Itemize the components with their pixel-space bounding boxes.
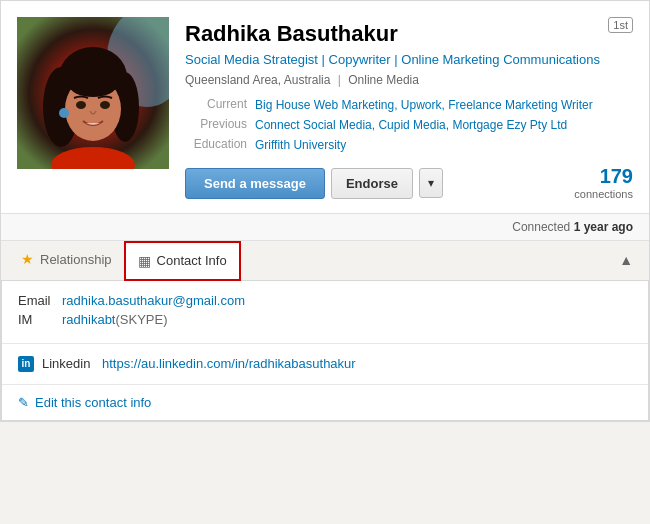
svg-point-9 [100,101,110,109]
im-row: IM radhikabt(SKYPE) [18,312,632,327]
contact-info-tab-label: Contact Info [157,253,227,268]
connection-badge: 1st [608,17,633,33]
profile-name: Radhika Basuthakur [185,21,633,47]
tabs-row: ★ Relationship ▦ Contact Info ▲ [1,241,649,281]
contact-card-icon: ▦ [138,253,151,269]
im-label: IM [18,312,54,327]
linkedin-section: in Linkedin https://au.linkedin.com/in/r… [2,344,648,385]
endorse-button[interactable]: Endorse [331,168,413,199]
relationship-tab-label: Relationship [40,252,112,267]
education: Education Griffith University [185,137,633,154]
current-experience: Current Big House Web Marketing, Upwork,… [185,97,633,114]
linkedin-label: Linkedin [42,356,94,371]
send-message-button[interactable]: Send a message [185,168,325,199]
connections-count: 179 connections [574,166,633,201]
connected-bar: Connected 1 year ago [1,213,649,241]
profile-header: 1st Radhika Basuthakur Social Media Stra… [1,1,649,213]
svg-point-7 [69,73,117,97]
tab-contact-info[interactable]: ▦ Contact Info [124,241,241,281]
email-row: Email radhika.basuthakur@gmail.com [18,293,632,308]
content-area: Email radhika.basuthakur@gmail.com IM ra… [1,281,649,421]
star-icon: ★ [21,251,34,267]
linkedin-url[interactable]: https://au.linkedin.com/in/radhikabasuth… [102,356,356,371]
collapse-button[interactable]: ▲ [611,244,641,276]
profile-location: Queensland Area, Australia | Online Medi… [185,73,633,87]
edit-contact-link[interactable]: Edit this contact info [35,395,151,410]
edit-pencil-icon: ✎ [18,395,29,410]
profile-info: 1st Radhika Basuthakur Social Media Stra… [185,17,633,201]
avatar [17,17,169,169]
tab-relationship[interactable]: ★ Relationship [9,241,124,279]
im-value: radhikabt(SKYPE) [62,312,168,327]
previous-experience: Previous Connect Social Media, Cupid Med… [185,117,633,134]
email-label: Email [18,293,54,308]
more-actions-button[interactable]: ▾ [419,168,443,198]
profile-headline: Social Media Strategist | Copywriter | O… [185,51,633,69]
email-im-section: Email radhika.basuthakur@gmail.com IM ra… [2,281,648,344]
email-value: radhika.basuthakur@gmail.com [62,293,245,308]
linkedin-logo-icon: in [18,356,34,372]
edit-section: ✎ Edit this contact info [2,385,648,420]
actions-row: Send a message Endorse ▾ 179 connections [185,166,633,201]
svg-point-8 [76,101,86,109]
svg-point-11 [59,108,69,118]
